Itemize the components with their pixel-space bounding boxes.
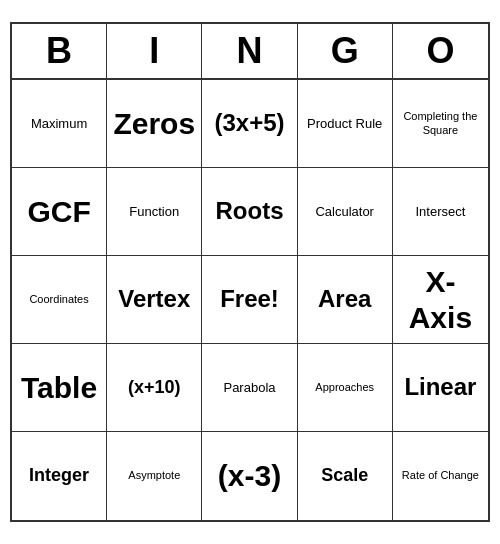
header-letter-g: G — [298, 24, 393, 78]
bingo-cell-16: (x+10) — [107, 344, 202, 432]
bingo-cell-0: Maximum — [12, 80, 107, 168]
cell-text-3: Product Rule — [307, 116, 382, 132]
cell-text-4: Completing the Square — [397, 110, 484, 136]
bingo-cell-11: Vertex — [107, 256, 202, 344]
bingo-cell-10: Coordinates — [12, 256, 107, 344]
bingo-cell-20: Integer — [12, 432, 107, 520]
bingo-cell-5: GCF — [12, 168, 107, 256]
cell-text-0: Maximum — [31, 116, 87, 132]
cell-text-15: Table — [21, 370, 97, 406]
cell-text-18: Approaches — [315, 381, 374, 394]
bingo-cell-9: Intersect — [393, 168, 488, 256]
cell-text-22: (x-3) — [218, 458, 281, 494]
cell-text-6: Function — [129, 204, 179, 220]
bingo-cell-8: Calculator — [298, 168, 393, 256]
header-letter-n: N — [202, 24, 297, 78]
bingo-cell-4: Completing the Square — [393, 80, 488, 168]
bingo-cell-2: (3x+5) — [202, 80, 297, 168]
bingo-cell-21: Asymptote — [107, 432, 202, 520]
header-letter-i: I — [107, 24, 202, 78]
cell-text-8: Calculator — [315, 204, 374, 220]
bingo-cell-18: Approaches — [298, 344, 393, 432]
bingo-cell-6: Function — [107, 168, 202, 256]
cell-text-5: GCF — [27, 194, 90, 230]
cell-text-11: Vertex — [118, 285, 190, 314]
header-letter-o: O — [393, 24, 488, 78]
header-letter-b: B — [12, 24, 107, 78]
cell-text-17: Parabola — [223, 380, 275, 396]
cell-text-14: X-Axis — [397, 264, 484, 336]
bingo-cell-15: Table — [12, 344, 107, 432]
bingo-cell-22: (x-3) — [202, 432, 297, 520]
bingo-cell-1: Zeros — [107, 80, 202, 168]
bingo-card: BINGO MaximumZeros(3x+5)Product RuleComp… — [10, 22, 490, 522]
cell-text-7: Roots — [215, 197, 283, 226]
cell-text-19: Linear — [404, 373, 476, 402]
cell-text-2: (3x+5) — [214, 109, 284, 138]
bingo-cell-14: X-Axis — [393, 256, 488, 344]
cell-text-23: Scale — [321, 465, 368, 487]
bingo-cell-19: Linear — [393, 344, 488, 432]
cell-text-12: Free! — [220, 285, 279, 314]
cell-text-16: (x+10) — [128, 377, 181, 399]
cell-text-24: Rate of Change — [402, 469, 479, 482]
bingo-cell-3: Product Rule — [298, 80, 393, 168]
cell-text-9: Intersect — [415, 204, 465, 220]
bingo-cell-24: Rate of Change — [393, 432, 488, 520]
cell-text-21: Asymptote — [128, 469, 180, 482]
bingo-cell-12: Free! — [202, 256, 297, 344]
bingo-cell-7: Roots — [202, 168, 297, 256]
bingo-cell-13: Area — [298, 256, 393, 344]
bingo-cell-17: Parabola — [202, 344, 297, 432]
bingo-header: BINGO — [12, 24, 488, 80]
bingo-cell-23: Scale — [298, 432, 393, 520]
cell-text-1: Zeros — [113, 106, 195, 142]
cell-text-20: Integer — [29, 465, 89, 487]
cell-text-13: Area — [318, 285, 371, 314]
cell-text-10: Coordinates — [29, 293, 88, 306]
bingo-grid: MaximumZeros(3x+5)Product RuleCompleting… — [12, 80, 488, 520]
